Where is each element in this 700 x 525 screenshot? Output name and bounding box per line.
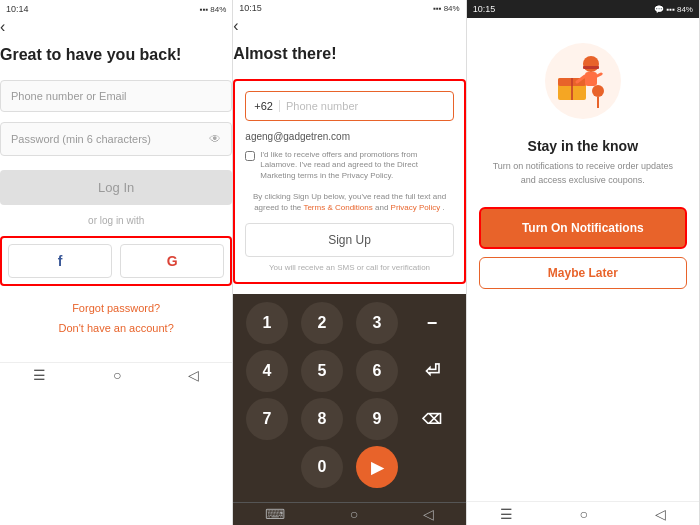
time-2: 10:15	[239, 3, 262, 13]
nav-bar-1: ☰ ○ ◁	[0, 362, 232, 386]
status-icons-1: ▪▪▪ 84%	[200, 5, 227, 14]
delivery-illustration	[533, 36, 633, 126]
password-placeholder: Password (min 6 characters)	[11, 133, 151, 145]
forgot-password-link[interactable]: Forgot password?	[0, 302, 232, 314]
numpad-row-2: 4 5 6 ⏎	[239, 350, 459, 392]
privacy-policy-link[interactable]: Privacy Policy	[391, 203, 441, 212]
signup-title: Almost there!	[233, 45, 465, 63]
svg-point-1	[592, 85, 604, 97]
phone-number-placeholder: Phone number	[286, 100, 358, 112]
login-button[interactable]: Log In	[0, 170, 232, 205]
key-return[interactable]: ⏎	[411, 350, 453, 392]
back-button-1[interactable]: ‹	[0, 18, 232, 36]
maybe-later-button[interactable]: Maybe Later	[479, 257, 687, 289]
promo-checkbox[interactable]	[245, 151, 255, 161]
back-button-2[interactable]: ‹	[233, 17, 465, 35]
status-icons-2: ▪▪▪ 84%	[433, 4, 460, 13]
google-login-button[interactable]: G	[120, 244, 224, 278]
facebook-icon: f	[58, 253, 63, 269]
status-bar-2: 10:15 ▪▪▪ 84%	[233, 0, 465, 17]
svg-rect-6	[583, 66, 599, 69]
nav-menu-icon-2[interactable]: ⌨	[265, 506, 285, 522]
notifications-content: Stay in the know Turn on notifications t…	[467, 18, 699, 501]
key-delete[interactable]: ⌫	[411, 398, 453, 440]
status-bar-3: 10:15 💬 ▪▪▪ 84%	[467, 0, 699, 18]
nav-home-icon[interactable]: ○	[113, 367, 121, 383]
nav-back-icon-2[interactable]: ◁	[423, 506, 434, 522]
key-1[interactable]: 1	[246, 302, 288, 344]
key-minus[interactable]: −	[411, 302, 453, 344]
nav-menu-icon-3[interactable]: ☰	[500, 506, 513, 522]
no-account-link[interactable]: Don't have an account?	[0, 322, 232, 334]
key-0[interactable]: 0	[301, 446, 343, 488]
signal-icon-2: ▪▪▪	[433, 4, 442, 13]
numpad-row-3: 7 8 9 ⌫	[239, 398, 459, 440]
numpad-row-4: 0 ▶	[239, 446, 459, 488]
login-title: Great to have you back!	[0, 46, 232, 64]
facebook-login-button[interactable]: f	[8, 244, 112, 278]
nav-bar-3: ☰ ○ ◁	[467, 501, 699, 525]
key-9[interactable]: 9	[356, 398, 398, 440]
terms-text: By clicking Sign Up below, you've read t…	[245, 191, 453, 213]
key-3[interactable]: 3	[356, 302, 398, 344]
key-empty-left	[246, 446, 288, 488]
key-2[interactable]: 2	[301, 302, 343, 344]
bottom-links: Forgot password? Don't have an account?	[0, 302, 232, 362]
signup-form: +62 Phone number ageng@gadgetren.com I'd…	[233, 79, 465, 285]
sms-note: You will receive an SMS or call for veri…	[245, 263, 453, 272]
terms-suffix: .	[443, 203, 445, 212]
nav-home-icon-3[interactable]: ○	[580, 506, 588, 522]
svg-rect-7	[585, 72, 597, 86]
stay-desc: Turn on notifications to receive order u…	[479, 160, 687, 187]
phone-input[interactable]: +62 Phone number	[245, 91, 453, 121]
signup-button[interactable]: Sign Up	[245, 223, 453, 257]
signal-icon: ▪▪▪	[200, 5, 209, 14]
or-text: or log in with	[0, 215, 232, 226]
key-6[interactable]: 6	[356, 350, 398, 392]
key-empty-right	[411, 446, 453, 488]
country-code: +62	[254, 100, 280, 112]
signup-screen: 10:15 ▪▪▪ 84% ‹ Almost there! +62 Phone …	[233, 0, 466, 525]
login-content: ‹ Great to have you back! Phone number o…	[0, 18, 232, 362]
key-5[interactable]: 5	[301, 350, 343, 392]
turn-on-notifications-button[interactable]: Turn On Notifications	[479, 207, 687, 249]
battery-1: 84%	[210, 5, 226, 14]
status-bar-1: 10:14 ▪▪▪ 84%	[0, 0, 232, 18]
signup-content: ‹ Almost there! +62 Phone number ageng@g…	[233, 17, 465, 295]
nav-back-icon[interactable]: ◁	[188, 367, 199, 383]
nav-menu-icon[interactable]: ☰	[33, 367, 46, 383]
promo-checkbox-row: I'd like to receive offers and promotion…	[245, 150, 453, 181]
key-7[interactable]: 7	[246, 398, 288, 440]
email-display: ageng@gadgetren.com	[245, 131, 453, 142]
status-icons-3: 💬 ▪▪▪ 84%	[654, 5, 693, 14]
whatsapp-icon: 💬	[654, 5, 664, 14]
password-input[interactable]: Password (min 6 characters) 👁	[0, 122, 232, 156]
key-8[interactable]: 8	[301, 398, 343, 440]
time-1: 10:14	[6, 4, 29, 14]
eye-icon[interactable]: 👁	[209, 132, 221, 146]
stay-title: Stay in the know	[528, 138, 638, 154]
promo-label: I'd like to receive offers and promotion…	[260, 150, 453, 181]
signal-icon-3: ▪▪▪	[666, 5, 675, 14]
phone-email-placeholder: Phone number or Email	[11, 90, 127, 102]
time-3: 10:15	[473, 4, 496, 14]
phone-email-input[interactable]: Phone number or Email	[0, 80, 232, 112]
delivery-svg	[533, 36, 633, 126]
numpad: 1 2 3 − 4 5 6 ⏎ 7 8 9 ⌫ 0 ▶	[233, 294, 465, 502]
key-4[interactable]: 4	[246, 350, 288, 392]
terms-conditions-link[interactable]: Terms & Conditions	[303, 203, 372, 212]
key-enter[interactable]: ▶	[356, 446, 398, 488]
svg-point-5	[583, 56, 599, 72]
login-screen: 10:14 ▪▪▪ 84% ‹ Great to have you back! …	[0, 0, 233, 525]
google-icon: G	[167, 253, 178, 269]
numpad-row-1: 1 2 3 −	[239, 302, 459, 344]
notifications-screen: 10:15 💬 ▪▪▪ 84%	[467, 0, 700, 525]
social-login-container: f G	[0, 236, 232, 286]
terms-and: and	[375, 203, 391, 212]
battery-2: 84%	[444, 4, 460, 13]
battery-3: 84%	[677, 5, 693, 14]
nav-back-icon-3[interactable]: ◁	[655, 506, 666, 522]
nav-bar-2: ⌨ ○ ◁	[233, 502, 465, 525]
nav-home-icon-2[interactable]: ○	[350, 506, 358, 522]
